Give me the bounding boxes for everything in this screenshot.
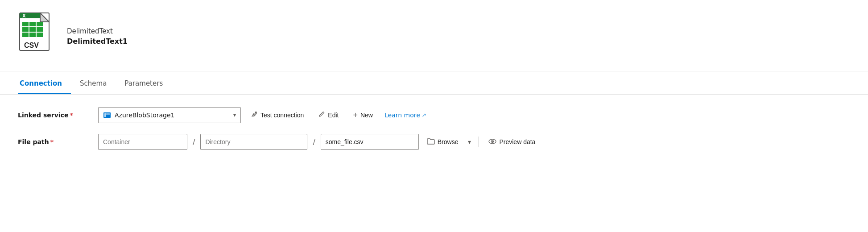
file-path-required: *: [50, 138, 54, 145]
dropdown-chevron-icon: ▾: [233, 112, 236, 118]
browse-chevron-button[interactable]: ▾: [466, 134, 473, 150]
test-connection-label: Test connection: [260, 112, 304, 119]
plus-icon: +: [353, 111, 358, 119]
header-section: X CSV DelimitedText DelimitedText1: [0, 0, 868, 71]
external-link-icon: ↗: [422, 112, 426, 118]
svg-text:CSV: CSV: [24, 41, 39, 49]
svg-rect-14: [104, 113, 106, 117]
path-separator-1: /: [191, 138, 197, 146]
new-button[interactable]: + New: [348, 107, 377, 123]
container-input[interactable]: [98, 134, 187, 150]
directory-input[interactable]: [200, 134, 307, 150]
dataset-type: DelimitedText: [67, 27, 128, 35]
preview-data-button[interactable]: Preview data: [484, 134, 540, 150]
file-path-label: File path*: [18, 138, 98, 145]
svg-rect-4: [29, 22, 36, 26]
svg-rect-6: [22, 27, 29, 32]
learn-more-link[interactable]: Learn more ↗: [383, 109, 428, 121]
browse-button[interactable]: Browse: [422, 134, 463, 150]
linked-service-value: AzureBlobStorage1: [115, 112, 230, 119]
svg-point-19: [492, 141, 493, 142]
test-connection-button[interactable]: Test connection: [246, 107, 308, 123]
svg-rect-3: [22, 22, 29, 26]
learn-more-label: Learn more: [384, 112, 420, 119]
linked-service-row: Linked service* AzureBlobStorage1 ▾: [18, 107, 850, 123]
csv-icon: X CSV: [18, 12, 58, 61]
svg-rect-15: [106, 113, 110, 115]
linked-service-label: Linked service*: [18, 112, 98, 119]
header-text: DelimitedText DelimitedText1: [67, 27, 128, 46]
btn-divider: [478, 137, 479, 147]
file-path-controls: / / Browse ▾: [98, 134, 540, 150]
svg-rect-10: [29, 33, 36, 37]
azure-storage-icon: [103, 111, 111, 119]
edit-label: Edit: [328, 112, 339, 119]
linked-service-controls: AzureBlobStorage1 ▾ Test connection: [98, 107, 428, 123]
tab-connection[interactable]: Connection: [18, 73, 71, 94]
svg-rect-8: [37, 27, 43, 32]
tab-parameters[interactable]: Parameters: [123, 73, 172, 94]
svg-rect-7: [29, 27, 36, 32]
browse-label: Browse: [438, 138, 459, 145]
tab-schema[interactable]: Schema: [78, 73, 116, 94]
file-path-row: File path* / / Browse ▾: [18, 134, 850, 150]
tabs-section: Connection Schema Parameters: [0, 71, 868, 95]
preview-icon: [488, 138, 496, 146]
svg-rect-11: [37, 33, 43, 37]
dataset-name: DelimitedText1: [67, 37, 128, 46]
svg-rect-5: [37, 22, 43, 26]
file-input[interactable]: [321, 134, 419, 150]
preview-data-label: Preview data: [499, 138, 535, 145]
test-connection-icon: [251, 111, 258, 120]
content-section: Linked service* AzureBlobStorage1 ▾: [0, 95, 868, 162]
linked-service-required: *: [70, 112, 73, 119]
path-separator-2: /: [311, 138, 317, 146]
linked-service-dropdown[interactable]: AzureBlobStorage1 ▾: [98, 107, 241, 123]
svg-text:X: X: [22, 13, 26, 18]
svg-rect-9: [22, 33, 29, 37]
edit-button[interactable]: Edit: [314, 107, 343, 123]
edit-icon: [318, 111, 325, 120]
new-label: New: [360, 112, 373, 119]
chevron-down-icon: ▾: [468, 138, 471, 145]
folder-icon: [427, 138, 435, 146]
